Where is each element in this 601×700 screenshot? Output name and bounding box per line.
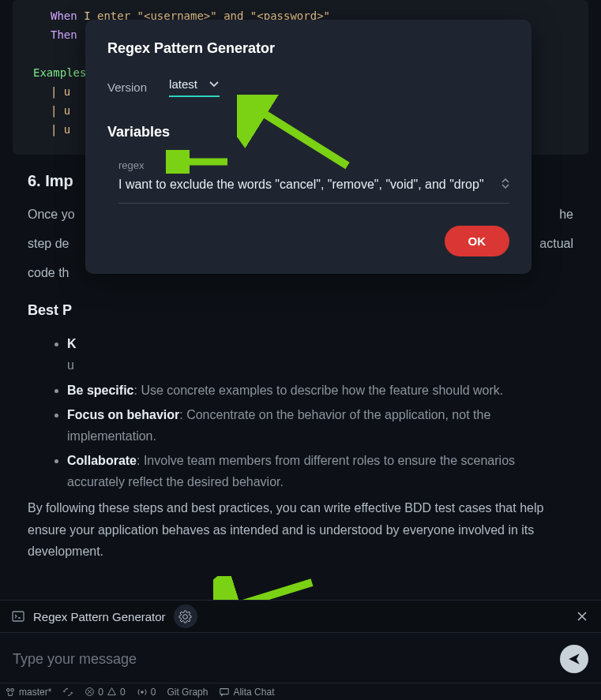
best-practices-heading: Best P: [28, 298, 573, 323]
status-bar: master* 0 0 0 Git Graph Alita Chat: [0, 683, 601, 700]
chat-icon: [219, 687, 230, 698]
branch-icon: [5, 687, 16, 698]
toolbar-title: Regex Pattern Generator: [33, 610, 166, 623]
keyword-when: When: [51, 9, 77, 22]
variables-heading: Variables: [107, 124, 509, 140]
git-graph-button[interactable]: Git Graph: [167, 687, 208, 698]
close-button[interactable]: [574, 608, 590, 624]
version-select[interactable]: latest: [169, 77, 220, 97]
dialog-title: Regex Pattern Generator: [107, 40, 509, 57]
keyword-then: Then: [51, 28, 77, 41]
alita-chat-button[interactable]: Alita Chat: [219, 687, 274, 698]
chevron-down-icon: [501, 184, 509, 189]
gear-icon: [178, 610, 192, 623]
regex-field[interactable]: regex I want to exclude the words "cance…: [118, 159, 509, 204]
stepper-control[interactable]: [501, 178, 509, 189]
chat-toolbar: Regex Pattern Generator: [0, 600, 601, 633]
chevron-down-icon: [208, 79, 220, 90]
ports-indicator[interactable]: 0: [137, 687, 156, 698]
keyword-examples: Examples: [33, 66, 86, 79]
problems-indicator[interactable]: 0 0: [85, 687, 125, 698]
send-icon: [567, 652, 581, 666]
version-label: Version: [107, 80, 147, 94]
error-icon: [85, 687, 95, 697]
chevron-up-icon: [501, 178, 509, 183]
list-item: Focus on behavior: Concentrate on the be…: [67, 404, 573, 447]
list-item: Ku: [67, 333, 573, 376]
list-item: Be specific: Use concrete examples to de…: [67, 380, 573, 401]
sync-indicator[interactable]: [62, 687, 73, 698]
svg-rect-3: [13, 612, 24, 621]
message-input[interactable]: [13, 651, 552, 668]
best-practices-list: Ku Be specific: Use concrete examples to…: [28, 333, 573, 492]
settings-button[interactable]: [174, 605, 197, 628]
radio-icon: [137, 687, 148, 698]
version-value: latest: [169, 77, 197, 91]
regex-value: I want to exclude the words "cancel", "r…: [118, 174, 509, 195]
svg-rect-6: [220, 688, 229, 694]
ok-button[interactable]: OK: [445, 226, 510, 256]
branch-indicator[interactable]: master*: [5, 687, 51, 698]
terminal-icon: [11, 609, 25, 623]
list-item: Collaborate: Involve team members from d…: [67, 450, 573, 492]
svg-point-5: [141, 691, 144, 694]
message-input-row: [0, 635, 601, 683]
send-button[interactable]: [560, 645, 588, 673]
close-icon: [576, 610, 588, 623]
warning-icon: [107, 687, 117, 697]
closing-paragraph: By following these steps and best practi…: [28, 497, 573, 562]
regex-label: regex: [118, 159, 509, 171]
sync-icon: [62, 687, 73, 698]
regex-generator-dialog: Regex Pattern Generator Version latest V…: [85, 20, 532, 274]
